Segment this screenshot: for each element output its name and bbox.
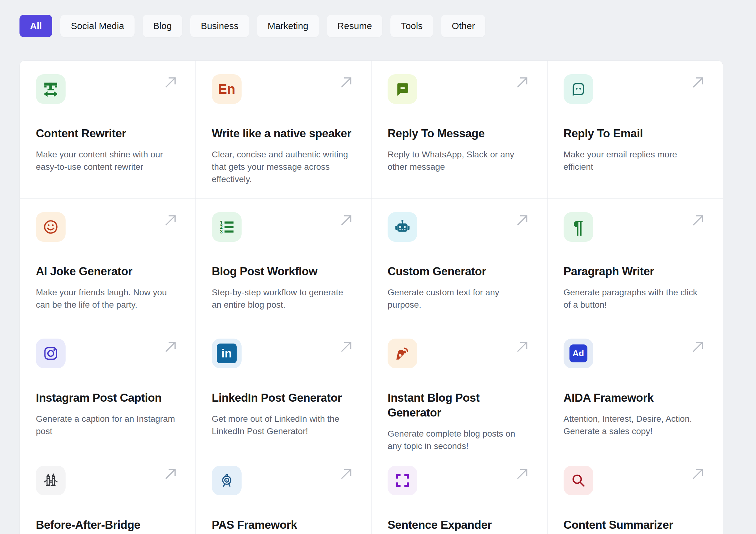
open-in-new-arrow-icon[interactable] — [163, 213, 178, 227]
card-description: Generate custom text for any purpose. — [388, 286, 531, 311]
card-description: Generate complete blog posts on any topi… — [388, 428, 531, 452]
open-in-new-arrow-icon[interactable] — [339, 339, 354, 354]
open-in-new-arrow-icon[interactable] — [163, 339, 178, 354]
tool-card[interactable]: Content Summarizer — [548, 452, 723, 534]
filter-tab-business[interactable]: Business — [190, 15, 249, 37]
card-description: Generate a caption for an Instagram post — [36, 413, 179, 438]
filter-tab-marketing[interactable]: Marketing — [257, 15, 319, 37]
open-in-new-arrow-icon[interactable] — [515, 213, 530, 227]
category-filter-bar: AllSocial MediaBlogBusinessMarketingResu… — [19, 15, 485, 37]
pilcrow-icon: ¶ — [564, 212, 593, 242]
card-description: Attention, Interest, Desire, Action. Gen… — [564, 413, 707, 438]
linkedin-badge-icon: in — [212, 338, 242, 368]
filter-tab-social-media[interactable]: Social Media — [60, 15, 135, 37]
open-in-new-arrow-icon[interactable] — [515, 339, 530, 354]
filter-tab-all[interactable]: All — [19, 15, 52, 37]
target-stand-icon — [212, 466, 242, 495]
card-title: Reply To Email — [564, 126, 707, 141]
pen-signal-icon — [388, 338, 417, 368]
open-in-new-arrow-icon[interactable] — [339, 213, 354, 227]
en-language-icon: En — [212, 74, 242, 104]
filter-tab-other[interactable]: Other — [441, 15, 485, 37]
filter-tab-tools[interactable]: Tools — [391, 15, 433, 37]
tool-card[interactable]: PAS Framework — [196, 452, 371, 534]
card-title: Before-After-Bridge — [36, 518, 179, 532]
card-description: Make your friends laugh. Now you can be … — [36, 286, 179, 311]
card-description: Make your email replies more efficient — [564, 148, 707, 173]
open-in-new-arrow-icon[interactable] — [515, 75, 530, 90]
chat-bubble-minus-icon — [388, 74, 417, 104]
templates-grid: Content Rewriter Make your content shine… — [20, 61, 723, 534]
open-in-new-arrow-icon[interactable] — [339, 75, 354, 90]
card-title: Paragraph Writer — [564, 264, 707, 279]
text-width-icon — [36, 74, 66, 104]
ad-badge-icon: Ad — [564, 338, 593, 368]
card-title: LinkedIn Post Generator — [212, 390, 355, 405]
svg-text:3: 3 — [220, 229, 223, 234]
card-title: Instagram Post Caption — [36, 390, 179, 405]
card-title: Instant Blog Post Generator — [388, 390, 531, 420]
card-title: Content Summarizer — [564, 518, 707, 532]
magnifier-icon — [564, 466, 593, 495]
expand-icon — [388, 466, 417, 495]
tool-card[interactable]: Sentence Expander — [371, 452, 547, 534]
tool-card[interactable]: 123 Blog Post Workflow Step-by-step work… — [196, 199, 371, 325]
card-title: Sentence Expander — [388, 518, 531, 532]
templates-panel: Content Rewriter Make your content shine… — [19, 60, 723, 534]
card-title: AIDA Framework — [564, 390, 707, 405]
card-title: Write like a native speaker — [212, 126, 355, 141]
tool-card[interactable]: ¶ Paragraph Writer Generate paragraphs w… — [548, 199, 723, 325]
card-description: Generate paragraphs with the click of a … — [564, 286, 707, 311]
filter-tab-resume[interactable]: Resume — [327, 15, 383, 37]
tool-card[interactable]: En Write like a native speaker Clear, co… — [196, 61, 371, 198]
instagram-icon — [36, 338, 66, 368]
open-in-new-arrow-icon[interactable] — [691, 75, 706, 90]
open-in-new-arrow-icon[interactable] — [691, 466, 706, 481]
tool-card[interactable]: Custom Generator Generate custom text fo… — [371, 199, 547, 325]
robot-icon — [388, 212, 417, 242]
open-in-new-arrow-icon[interactable] — [691, 339, 706, 354]
card-title: Blog Post Workflow — [212, 264, 355, 279]
tool-card[interactable]: Instant Blog Post Generator Generate com… — [371, 325, 547, 452]
open-in-new-arrow-icon[interactable] — [163, 466, 178, 481]
tool-card[interactable]: Reply To Message Reply to WhatsApp, Slac… — [371, 61, 547, 198]
open-in-new-arrow-icon[interactable] — [515, 466, 530, 481]
ordered-list-icon: 123 — [212, 212, 242, 242]
tool-card[interactable]: in LinkedIn Post Generator Get more out … — [196, 325, 371, 452]
card-description: Make your content shine with our easy-to… — [36, 148, 179, 173]
open-in-new-arrow-icon[interactable] — [339, 466, 354, 481]
card-description: Reply to WhatsApp, Slack or any other me… — [388, 148, 531, 173]
card-description: Get more out of LinkedIn with the Linked… — [212, 413, 355, 438]
tool-card[interactable]: Instagram Post Caption Generate a captio… — [20, 325, 196, 452]
card-title: Reply To Message — [388, 126, 531, 141]
tool-card[interactable]: AI Joke Generator Make your friends laug… — [20, 199, 196, 325]
card-description: Step-by-step workflow to generate an ent… — [212, 286, 355, 311]
tool-card[interactable]: Ad AIDA Framework Attention, Interest, D… — [548, 325, 723, 452]
bridge-icon — [36, 466, 66, 495]
chat-bubble-dots-icon — [564, 74, 593, 104]
card-title: PAS Framework — [212, 518, 355, 532]
open-in-new-arrow-icon[interactable] — [163, 75, 178, 90]
card-title: Custom Generator — [388, 264, 531, 279]
tool-card[interactable]: Before-After-Bridge — [20, 452, 196, 534]
card-description: Clear, concise and authentic writing tha… — [212, 148, 355, 186]
card-title: Content Rewriter — [36, 126, 179, 141]
card-title: AI Joke Generator — [36, 264, 179, 279]
tool-card[interactable]: Content Rewriter Make your content shine… — [20, 61, 196, 198]
smiley-icon — [36, 212, 66, 242]
filter-tab-blog[interactable]: Blog — [143, 15, 182, 37]
tool-card[interactable]: Reply To Email Make your email replies m… — [548, 61, 723, 198]
open-in-new-arrow-icon[interactable] — [691, 213, 706, 227]
